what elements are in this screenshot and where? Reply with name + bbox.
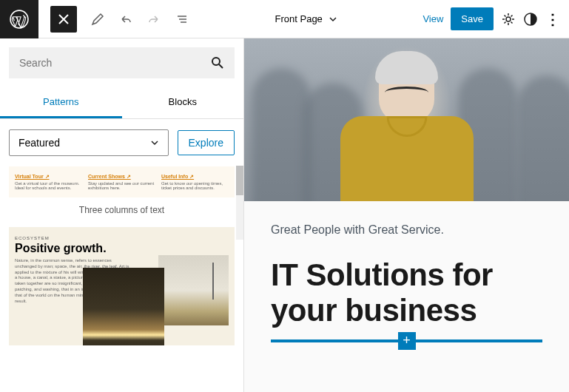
headline-text[interactable]: IT Solutions for your business — [271, 257, 542, 329]
svg-point-1 — [506, 17, 511, 21]
close-icon — [58, 14, 69, 24]
svg-point-3 — [212, 58, 220, 65]
save-button[interactable]: Save — [451, 7, 494, 30]
list-view-icon[interactable] — [175, 12, 189, 27]
inserter-sidebar: Patterns Blocks Featured Explore Virtual… — [0, 38, 244, 392]
tab-patterns[interactable]: Patterns — [0, 87, 122, 118]
patterns-list: Virtual Tour ↗Get a virtual tour of the … — [0, 166, 243, 392]
undo-icon[interactable] — [118, 12, 133, 27]
content-area: Great People with Great Service. IT Solu… — [244, 201, 569, 365]
subtitle-text[interactable]: Great People with Great Service. — [271, 223, 542, 237]
page-title-text: Front Page — [275, 13, 323, 24]
toolbar-tools — [90, 12, 189, 27]
settings-icon[interactable] — [501, 12, 516, 27]
hero-image-block[interactable] — [244, 38, 569, 201]
close-inserter-button[interactable] — [50, 6, 77, 33]
wordpress-logo[interactable] — [0, 0, 38, 38]
pattern-label: Three columns of text — [9, 197, 235, 227]
inserter-tabs: Patterns Blocks — [0, 87, 243, 119]
pattern-category-select[interactable]: Featured — [9, 129, 169, 156]
search-input[interactable] — [19, 57, 211, 69]
pattern-image — [158, 255, 229, 325]
styles-icon[interactable] — [523, 12, 538, 27]
editor-canvas[interactable]: Great People with Great Service. IT Solu… — [244, 38, 569, 392]
chevron-down-icon — [150, 138, 159, 147]
search-bar — [9, 47, 235, 78]
document-title[interactable]: Front Page — [275, 13, 337, 24]
scrollbar[interactable] — [236, 166, 243, 240]
explore-button[interactable]: Explore — [178, 130, 235, 155]
wordpress-icon — [10, 10, 29, 29]
redo-icon[interactable] — [147, 12, 161, 27]
edit-icon[interactable] — [90, 12, 105, 27]
select-value: Featured — [18, 137, 60, 149]
pattern-filter-row: Featured Explore — [0, 119, 243, 166]
block-appender-line: + — [271, 339, 542, 342]
pattern-preview-three-columns[interactable]: Virtual Tour ↗Get a virtual tour of the … — [9, 166, 235, 197]
tab-blocks[interactable]: Blocks — [122, 87, 244, 118]
add-block-button[interactable]: + — [398, 332, 416, 350]
top-toolbar: Front Page View Save ⋮ — [0, 0, 569, 38]
chevron-down-icon — [329, 15, 337, 24]
pattern-preview-positive-growth[interactable]: ECOSYSTEM Positive growth. Nature, in th… — [9, 227, 235, 345]
pattern-image — [83, 268, 164, 345]
scrollbar-thumb[interactable] — [236, 166, 243, 195]
view-link[interactable]: View — [422, 13, 443, 24]
search-icon[interactable] — [211, 56, 224, 70]
publish-actions: View Save ⋮ — [422, 7, 560, 30]
more-menu-icon[interactable]: ⋮ — [545, 10, 560, 28]
